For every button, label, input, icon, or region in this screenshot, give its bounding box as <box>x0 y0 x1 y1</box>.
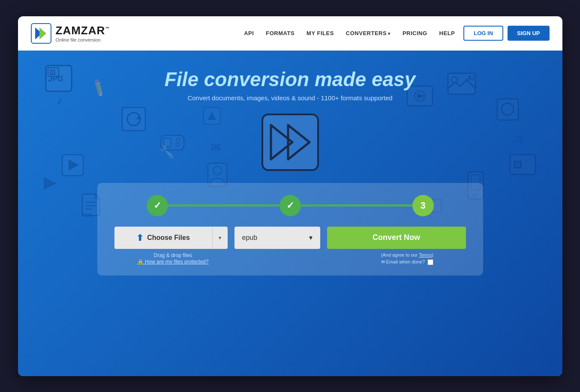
format-value: epub <box>242 234 258 242</box>
logo-name-text: ZAMZAR <box>56 24 105 37</box>
svg-point-16 <box>451 77 457 83</box>
svg-text:🖼: 🖼 <box>513 160 523 171</box>
svg-marker-9 <box>69 159 79 171</box>
deco-photo-icon: Ai <box>447 72 477 97</box>
nav-my-files[interactable]: MY FILES <box>307 30 334 36</box>
svg-rect-18 <box>497 99 518 120</box>
svg-marker-29 <box>207 111 216 120</box>
file-info: Drag & drop files 🔒 How are my files pro… <box>114 252 231 265</box>
deco-triangle-icon <box>42 175 59 194</box>
svg-point-32 <box>176 138 180 142</box>
hero-title: File conversion made easy <box>165 68 416 91</box>
step-line-2 <box>301 204 412 206</box>
format-select[interactable]: epub ▾ <box>234 227 320 249</box>
email-row: ✉ Email when done? <box>381 259 434 265</box>
choose-files-button[interactable]: ⬆ Choose Files ▾ <box>114 227 228 249</box>
deco-email-icon: ✉ <box>211 141 221 155</box>
svg-rect-8 <box>62 155 83 176</box>
hero-title-main: File conversion made <box>165 68 372 90</box>
signup-button[interactable]: SIGN UP <box>508 26 549 41</box>
deco-wrench-icon: 🔧 <box>159 145 174 159</box>
logo-icon <box>31 23 51 44</box>
svg-marker-10 <box>44 177 57 190</box>
deco-sync-icon <box>121 106 147 134</box>
terms-prefix: (And agree to our <box>381 252 419 257</box>
choose-files-main: ⬆ Choose Files <box>114 227 212 249</box>
svg-rect-2 <box>46 66 72 91</box>
deco-pencil-icon: ✏️ <box>88 78 109 99</box>
step-2-label: ✓ <box>286 200 294 211</box>
terms-text: (And agree to our Terms) <box>381 252 433 257</box>
svg-text:DOC: DOC <box>83 213 92 218</box>
svg-rect-22 <box>510 155 535 174</box>
deco-play-icon <box>61 153 84 179</box>
deco-jpg-icon: JPG 🖼 <box>44 63 74 95</box>
nav-formats[interactable]: FORMATS <box>266 30 295 36</box>
step-1-label: ✓ <box>153 200 161 211</box>
deco-music-icon: ♪ <box>57 93 63 107</box>
drag-drop-label: Drag & drop files <box>153 252 192 259</box>
deco-image-icon: 🖼 <box>509 153 537 177</box>
terms-link[interactable]: Terms <box>419 252 432 257</box>
svg-marker-21 <box>417 93 425 99</box>
logo-name: ZAMZAR™ <box>56 24 110 37</box>
hero-section: JPG 🖼 ♪ ✏️ 🔧 <box>18 51 562 376</box>
format-arrow-icon: ▾ <box>309 233 313 242</box>
svg-point-33 <box>176 143 180 147</box>
svg-text:🖼: 🖼 <box>49 69 55 76</box>
center-play-icon <box>258 110 322 174</box>
nav-links: API FORMATS MY FILES CONVERTERS PRICING … <box>244 30 455 36</box>
hero-title-emphasis: easy <box>372 68 415 90</box>
terms-suffix: ) <box>432 252 433 257</box>
nav-help[interactable]: HELP <box>439 30 455 36</box>
step-3-label: 3 <box>420 200 425 211</box>
deco-tri2-icon <box>202 106 222 127</box>
logo-sub: Online file conversion <box>56 37 110 42</box>
step-line-1 <box>168 204 279 206</box>
svg-point-20 <box>415 91 425 101</box>
svg-point-35 <box>213 166 222 175</box>
step-1: ✓ <box>147 195 168 216</box>
nav-pricing[interactable]: PRICING <box>403 30 427 36</box>
conversion-panel: ✓ ✓ 3 ⬆ Choose Files <box>97 183 483 275</box>
step-3: 3 <box>412 195 434 216</box>
login-button[interactable]: LOG IN <box>463 26 503 41</box>
svg-marker-7 <box>136 116 141 119</box>
logo-text: ZAMZAR™ Online file conversion <box>56 24 110 42</box>
email-checkbox[interactable] <box>427 259 433 265</box>
svg-rect-4 <box>48 68 59 76</box>
svg-marker-1 <box>39 27 46 39</box>
dropdown-arrow-icon: ▾ <box>219 235 221 241</box>
upload-icon: ⬆ <box>136 233 144 243</box>
controls-row: ⬆ Choose Files ▾ epub ▾ Convert Now <box>114 227 466 249</box>
svg-text:JPG: JPG <box>48 75 63 83</box>
convert-now-button[interactable]: Convert Now <box>327 227 466 249</box>
hero-subtitle: Convert documents, images, videos & soun… <box>187 94 392 102</box>
svg-rect-31 <box>164 138 171 147</box>
svg-rect-28 <box>204 108 220 124</box>
svg-rect-30 <box>161 135 184 150</box>
svg-rect-15 <box>448 73 475 94</box>
svg-rect-6 <box>122 108 145 131</box>
empty-spacer <box>231 252 349 265</box>
deco-music2-icon: ♫ <box>515 132 524 146</box>
logo-tm: ™ <box>105 26 110 31</box>
email-label: ✉ Email when done? <box>381 259 425 265</box>
nav-api[interactable]: API <box>244 30 254 36</box>
svg-line-23 <box>510 155 535 176</box>
step-2: ✓ <box>279 195 301 216</box>
deco-recycle-icon <box>496 98 520 123</box>
below-controls: Drag & drop files 🔒 How are my files pro… <box>114 252 466 265</box>
steps-row: ✓ ✓ 3 <box>114 195 466 216</box>
terms-area: (And agree to our Terms) ✉ Email when do… <box>349 252 466 265</box>
choose-files-label: Choose Files <box>147 234 190 242</box>
navbar: ZAMZAR™ Online file conversion API FORMA… <box>18 16 562 51</box>
logo[interactable]: ZAMZAR™ Online file conversion <box>31 23 110 44</box>
file-protection-link[interactable]: 🔒 How are my files protected? <box>137 259 209 265</box>
svg-text:Ai: Ai <box>467 75 474 82</box>
nav-converters[interactable]: CONVERTERS <box>346 30 391 36</box>
choose-files-dropdown-arrow[interactable]: ▾ <box>212 227 228 249</box>
deco-game-icon <box>159 132 185 155</box>
